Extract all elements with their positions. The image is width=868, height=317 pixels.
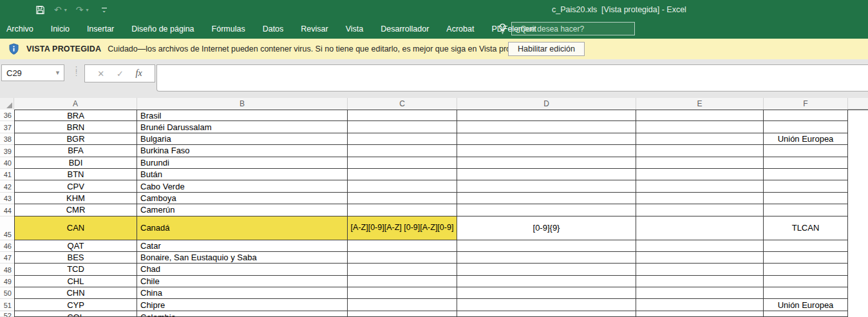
cell-B52[interactable]: Colombia [137, 311, 348, 317]
cell-B45[interactable]: Canadá [137, 216, 348, 240]
column-header-A[interactable]: A [14, 98, 137, 110]
cell-B41[interactable]: Bután [137, 169, 348, 180]
redo-icon[interactable]: ↷ [76, 5, 84, 14]
column-header-B[interactable]: B [137, 98, 348, 110]
row-header-36[interactable]: 36 [0, 110, 14, 121]
cell-E49[interactable] [636, 276, 764, 287]
cell-B51[interactable]: Chipre [137, 299, 348, 311]
column-header-D[interactable]: D [457, 98, 636, 110]
cell-D50[interactable] [457, 287, 636, 299]
cell-E48[interactable] [636, 264, 764, 275]
cell-E36[interactable] [636, 110, 764, 121]
cell-D51[interactable] [457, 299, 636, 311]
undo-icon[interactable]: ↶ [54, 5, 62, 14]
row-header-48[interactable]: 48 [0, 264, 14, 275]
row-header-39[interactable]: 39 [0, 145, 14, 157]
tab-desarrollador[interactable]: Desarrollador [381, 21, 429, 37]
cell-C38[interactable] [348, 133, 457, 145]
select-all-corner[interactable] [0, 98, 14, 110]
cell-F39[interactable] [764, 145, 848, 157]
cell-E41[interactable] [636, 169, 764, 180]
cell-D38[interactable] [457, 133, 636, 145]
cell-B44[interactable]: Camerún [137, 204, 348, 216]
cell-D37[interactable] [457, 121, 636, 133]
cell-B43[interactable]: Camboya [137, 193, 348, 204]
cell-F46[interactable] [764, 240, 848, 252]
row-header-42[interactable]: 42 [0, 180, 14, 192]
cell-C41[interactable] [348, 169, 457, 180]
row-header-51[interactable]: 51 [0, 299, 14, 311]
cell-F41[interactable] [764, 169, 848, 180]
cell-D39[interactable] [457, 145, 636, 157]
cell-C43[interactable] [348, 193, 457, 204]
cell-B38[interactable]: Bulgaria [137, 133, 348, 145]
row-header-50[interactable]: 50 [0, 287, 14, 299]
cell-E44[interactable] [636, 204, 764, 216]
tab-f-rmulas[interactable]: Fórmulas [212, 21, 245, 37]
cell-A36[interactable]: BRA [14, 110, 137, 121]
cell-E43[interactable] [636, 193, 764, 204]
cell-A45[interactable]: CAN [14, 216, 137, 240]
cell-C49[interactable] [348, 276, 457, 287]
cell-E46[interactable] [636, 240, 764, 252]
cell-A52[interactable]: COL [14, 311, 137, 317]
row-header-37[interactable]: 37 [0, 121, 14, 133]
cell-F36[interactable] [764, 110, 848, 121]
cell-A48[interactable]: TCD [14, 264, 137, 275]
tab-revisar[interactable]: Revisar [301, 21, 328, 37]
cell-D43[interactable] [457, 193, 636, 204]
cell-B48[interactable]: Chad [137, 264, 348, 275]
tab-datos[interactable]: Datos [263, 21, 284, 37]
cell-B39[interactable]: Burkina Faso [137, 145, 348, 157]
cell-B50[interactable]: China [137, 287, 348, 299]
cell-F47[interactable] [764, 252, 848, 264]
cell-F51[interactable]: Unión Europea [764, 299, 848, 311]
cell-E45[interactable] [636, 216, 764, 240]
cell-A40[interactable]: BDI [14, 157, 137, 169]
formula-input[interactable] [156, 64, 868, 91]
cell-B42[interactable]: Cabo Verde [137, 180, 348, 192]
redo-dropdown-icon[interactable]: ▾ [86, 7, 88, 13]
tab-inicio[interactable]: Inicio [51, 21, 70, 37]
cell-E39[interactable] [636, 145, 764, 157]
enable-editing-button[interactable]: Habilitar edición [508, 42, 585, 56]
cell-C47[interactable] [348, 252, 457, 264]
cancel-icon[interactable]: ✕ [97, 69, 104, 79]
cell-B36[interactable]: Brasil [137, 110, 348, 121]
save-icon[interactable] [35, 5, 45, 15]
customize-quick-access-icon[interactable]: ⌄ [102, 8, 107, 12]
cell-F38[interactable]: Unión Europea [764, 133, 848, 145]
cell-E38[interactable] [636, 133, 764, 145]
cell-D44[interactable] [457, 204, 636, 216]
cell-C39[interactable] [348, 145, 457, 157]
cell-D36[interactable] [457, 110, 636, 121]
cell-C40[interactable] [348, 157, 457, 169]
tab-vista[interactable]: Vista [346, 21, 364, 37]
cell-A41[interactable]: BTN [14, 169, 137, 180]
cell-C45[interactable]: [A-Z][0-9][A-Z] [0-9][A-Z][0-9] [348, 216, 457, 240]
cell-C42[interactable] [348, 180, 457, 192]
cell-C51[interactable] [348, 299, 457, 311]
row-header-46[interactable]: 46 [0, 240, 14, 252]
tab-acrobat[interactable]: Acrobat [446, 21, 474, 37]
cell-A38[interactable]: BGR [14, 133, 137, 145]
cell-D48[interactable] [457, 264, 636, 275]
cell-F44[interactable] [764, 204, 848, 216]
cell-B49[interactable]: Chile [137, 276, 348, 287]
column-header-E[interactable]: E [636, 98, 764, 110]
cell-E52[interactable] [636, 311, 764, 317]
formula-bar-splitter[interactable]: ⋮⋮ [73, 67, 79, 75]
column-header-F[interactable]: F [764, 98, 848, 110]
name-box-dropdown-icon[interactable]: ▼ [55, 70, 61, 76]
cell-F42[interactable] [764, 180, 848, 192]
undo-dropdown-icon[interactable]: ▾ [64, 7, 67, 13]
column-header-C[interactable]: C [348, 98, 457, 110]
cell-F45[interactable]: TLCAN [764, 216, 848, 240]
insert-function-icon[interactable]: fx [136, 68, 142, 79]
cell-F37[interactable] [764, 121, 848, 133]
cell-F52[interactable] [764, 311, 848, 317]
cell-E40[interactable] [636, 157, 764, 169]
row-header-38[interactable]: 38 [0, 133, 14, 145]
row-header-45[interactable]: 45 [0, 216, 14, 240]
cell-A47[interactable]: BES [14, 252, 137, 264]
